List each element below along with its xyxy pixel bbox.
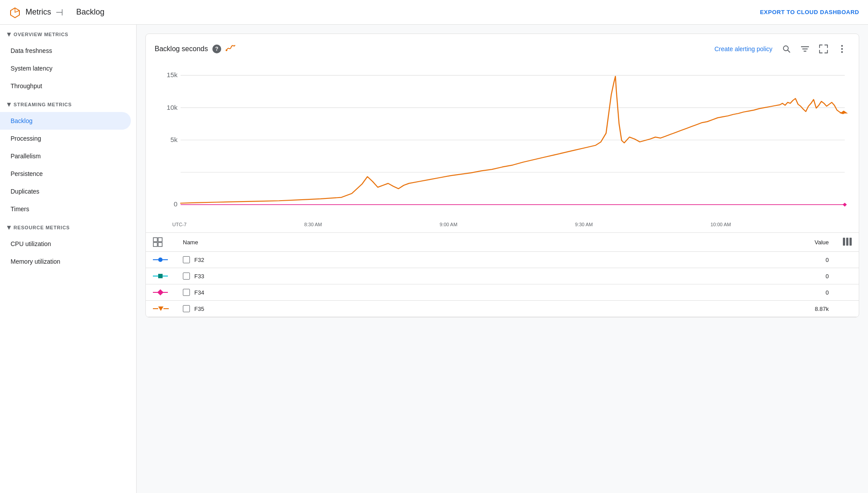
collapse-sidebar-icon[interactable]: ⊣ (56, 7, 63, 18)
svg-rect-20 (153, 238, 157, 242)
chart-actions: Create alerting policy (714, 41, 850, 57)
row-checkbox-f35[interactable] (183, 305, 190, 312)
row-value-f35: 8.87k (542, 301, 836, 317)
filter-button[interactable] (797, 41, 813, 57)
row-name-cell-f32: F32 (176, 252, 542, 268)
search-button[interactable] (779, 41, 794, 57)
svg-point-1 (783, 46, 788, 51)
chart-wrapper: 15k 10k 5k 0 (146, 61, 859, 232)
sidebar-section-overview-label: OVERVIEW METRICS (14, 32, 68, 37)
create-alerting-policy-link[interactable]: Create alerting policy (714, 45, 772, 52)
chevron-down-icon-resource: ▾ (7, 223, 11, 232)
svg-rect-24 (843, 238, 845, 246)
app-title: Metrics (26, 7, 51, 17)
row-label-f32: F32 (194, 257, 204, 263)
sidebar-section-streaming[interactable]: ▾ STREAMING METRICS (0, 95, 136, 112)
time-label-end (849, 222, 850, 227)
sidebar-item-parallelism[interactable]: Parallelism (0, 147, 131, 165)
sidebar-section-resource[interactable]: ▾ RESOURCE METRICS (0, 218, 136, 235)
row-name-cell-f35: F35 (176, 301, 542, 317)
page-title: Backlog (76, 7, 104, 17)
table-row: F32 0 (146, 252, 859, 268)
sidebar-item-memory-utilization[interactable]: Memory utilization (0, 253, 131, 270)
svg-rect-23 (158, 243, 162, 246)
time-axis: UTC-7 8:30 AM 9:00 AM 9:30 AM 10:00 AM (146, 220, 859, 232)
row-indicator-f33 (146, 268, 176, 284)
row-label-f35: F35 (194, 306, 204, 312)
chart-header: Backlog seconds ? Create alerting policy (146, 34, 859, 61)
app-logo-icon (9, 6, 21, 19)
svg-text:10k: 10k (167, 104, 178, 111)
sidebar-item-cpu-utilization[interactable]: CPU utilization (0, 235, 131, 253)
name-column-header: Name (176, 233, 542, 252)
sidebar: ▾ OVERVIEW METRICS Data freshness System… (0, 25, 137, 493)
row-name-cell-f34: F34 (176, 284, 542, 301)
time-label-900: 9:00 AM (440, 222, 457, 227)
svg-text:15k: 15k (167, 72, 178, 78)
svg-point-5 (841, 45, 843, 47)
svg-marker-19 (839, 111, 848, 114)
columns-icon-header[interactable] (836, 233, 859, 252)
svg-rect-26 (849, 238, 852, 246)
svg-rect-25 (846, 238, 849, 246)
table-row: F33 0 (146, 268, 859, 284)
sidebar-item-data-freshness[interactable]: Data freshness (0, 42, 131, 60)
row-name-cell-f33: F33 (176, 268, 542, 284)
value-column-header: Value (542, 233, 836, 252)
svg-marker-18 (843, 203, 847, 207)
content-area: Backlog seconds ? Create alerting policy (137, 25, 868, 493)
sidebar-item-duplicates[interactable]: Duplicates (0, 183, 131, 200)
more-options-button[interactable] (834, 41, 850, 57)
svg-point-7 (841, 51, 843, 53)
svg-rect-21 (158, 238, 162, 242)
chevron-down-icon: ▾ (7, 30, 11, 38)
chart-card: Backlog seconds ? Create alerting policy (145, 34, 859, 317)
sidebar-item-throughput[interactable]: Throughput (0, 77, 131, 95)
svg-point-0 (226, 49, 227, 51)
fullscreen-button[interactable] (816, 41, 831, 57)
legend-color-header (146, 233, 176, 252)
metrics-icon[interactable] (226, 44, 235, 54)
sidebar-item-backlog[interactable]: Backlog (0, 112, 131, 130)
row-value-f34: 0 (542, 284, 836, 301)
sidebar-item-timers[interactable]: Timers (0, 200, 131, 218)
row-indicator-f32 (146, 252, 176, 268)
sidebar-item-processing[interactable]: Processing (0, 130, 131, 147)
time-label-830: 8:30 AM (304, 222, 322, 227)
top-bar-left: Metrics ⊣ Backlog (9, 6, 104, 19)
help-icon[interactable]: ? (212, 45, 221, 53)
row-indicator-f35 (146, 301, 176, 317)
export-to-cloud-dashboard-link[interactable]: EXPORT TO CLOUD DASHBOARD (760, 9, 859, 15)
chevron-down-icon-streaming: ▾ (7, 100, 11, 108)
chart-title: Backlog seconds (155, 45, 208, 53)
svg-point-6 (841, 48, 843, 50)
sidebar-section-streaming-label: STREAMING METRICS (14, 102, 72, 107)
table-row: F35 8.87k (146, 301, 859, 317)
time-label-utc: UTC-7 (172, 222, 186, 227)
legend-table-container: Name Value (146, 232, 859, 317)
top-bar: Metrics ⊣ Backlog EXPORT TO CLOUD DASHBO… (0, 0, 868, 25)
row-indicator-f34 (146, 284, 176, 301)
sidebar-item-system-latency[interactable]: System latency (0, 60, 131, 77)
chart-svg: 15k 10k 5k 0 (155, 66, 850, 220)
chart-title-area: Backlog seconds ? (155, 44, 235, 54)
table-row: F34 0 (146, 284, 859, 301)
row-value-f32: 0 (542, 252, 836, 268)
svg-text:0: 0 (174, 201, 178, 208)
chart-container: 15k 10k 5k 0 (146, 61, 859, 220)
sidebar-section-overview[interactable]: ▾ OVERVIEW METRICS (0, 25, 136, 42)
row-checkbox-f34[interactable] (183, 289, 190, 296)
row-checkbox-f33[interactable] (183, 273, 190, 280)
legend-table: Name Value (146, 232, 859, 317)
svg-text:5k: 5k (171, 136, 178, 143)
row-label-f34: F34 (194, 289, 204, 296)
row-checkbox-f32[interactable] (183, 256, 190, 263)
time-label-1000: 10:00 AM (710, 222, 731, 227)
row-value-f33: 0 (542, 268, 836, 284)
sidebar-item-persistence[interactable]: Persistence (0, 165, 131, 183)
svg-rect-22 (153, 243, 157, 246)
main-layout: ▾ OVERVIEW METRICS Data freshness System… (0, 25, 868, 493)
sidebar-section-resource-label: RESOURCE METRICS (14, 225, 70, 230)
row-label-f33: F33 (194, 273, 204, 280)
time-label-930: 9:30 AM (575, 222, 593, 227)
